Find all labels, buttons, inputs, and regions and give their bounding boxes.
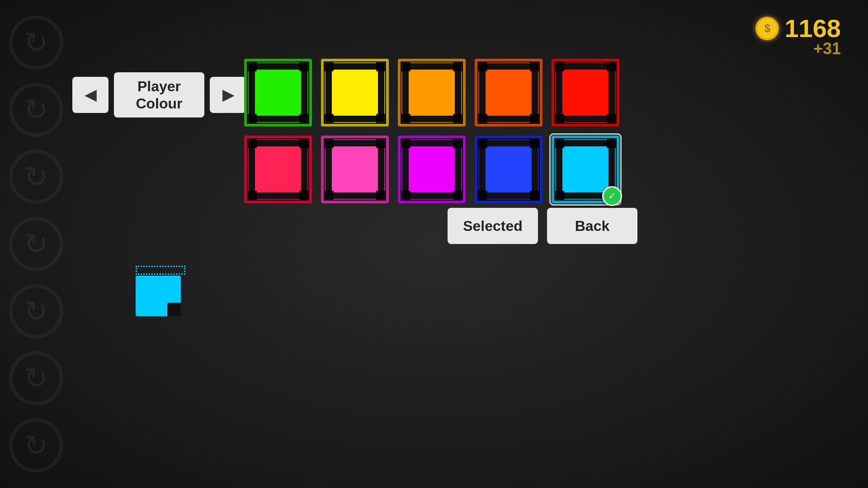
color-swatch-pink[interactable] <box>321 136 389 203</box>
selector-label: Player Colour <box>114 72 204 117</box>
color-swatch-hot-pink[interactable] <box>244 136 312 203</box>
next-arrow-button[interactable]: ▶ <box>210 77 246 113</box>
selected-button[interactable]: Selected <box>448 208 538 244</box>
color-swatch-blue[interactable] <box>475 136 542 203</box>
color-swatch-magenta[interactable] <box>398 136 466 203</box>
player-preview <box>136 266 185 316</box>
selected-checkmark: ✓ <box>602 186 622 206</box>
color-grid: ✓ <box>244 59 619 212</box>
buttons-row: Selected Back <box>448 208 637 244</box>
color-row-1 <box>244 59 619 127</box>
prev-arrow-button[interactable]: ◀ <box>72 77 108 113</box>
color-swatch-cyan[interactable]: ✓ <box>552 136 619 203</box>
color-swatch-orange[interactable] <box>398 59 466 127</box>
color-swatch-yellow[interactable] <box>321 59 389 127</box>
color-swatch-green[interactable] <box>244 59 312 127</box>
colour-selector: ◀ Player Colour ▶ <box>72 72 246 117</box>
player-character <box>136 276 181 316</box>
color-swatch-dark-orange[interactable] <box>475 59 542 127</box>
dotted-outline <box>136 266 185 275</box>
color-row-2: ✓ <box>244 136 619 203</box>
color-swatch-red[interactable] <box>552 59 619 127</box>
main-content: ◀ Player Colour ▶ ✓ Selected Back <box>0 0 868 488</box>
back-button[interactable]: Back <box>547 208 637 244</box>
